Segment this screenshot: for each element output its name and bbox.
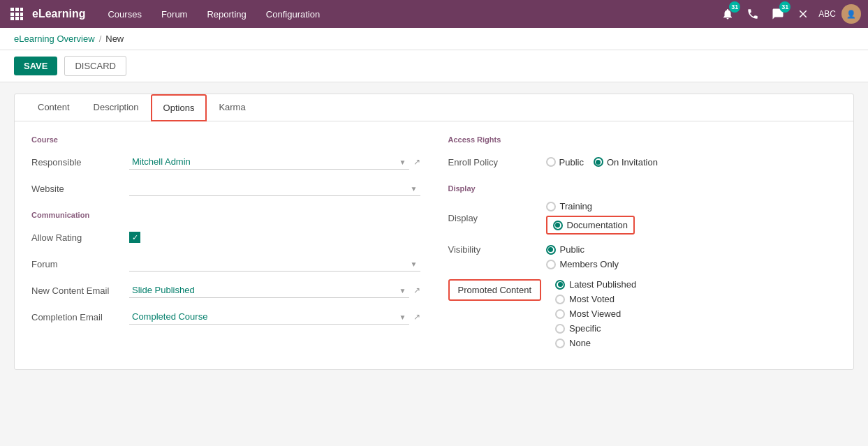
display-training-label: Training <box>560 201 592 211</box>
tab-description[interactable]: Description <box>82 94 151 121</box>
responsible-external-link[interactable]: ↗ <box>413 157 420 167</box>
course-section-title: Course <box>31 135 420 144</box>
tab-karma[interactable]: Karma <box>207 94 257 121</box>
website-label: Website <box>31 184 129 194</box>
completion-email-label: Completion Email <box>31 312 129 322</box>
menu-courses[interactable]: Courses <box>99 5 149 24</box>
main-content: Content Description Options Karma Course… <box>0 82 868 445</box>
promoted-content-button[interactable]: Promoted Content <box>448 279 542 301</box>
allow-rating-label: Allow Rating <box>31 232 129 243</box>
completion-email-select[interactable]: Completed Course <box>129 309 409 325</box>
svg-rect-6 <box>10 17 14 20</box>
completion-email-row: Completion Email Completed Course ▼ ↗ <box>31 307 420 327</box>
visibility-options: Public Members Only <box>546 244 619 269</box>
save-button[interactable]: SAVE <box>14 57 57 75</box>
phone-button[interactable] <box>743 4 763 24</box>
app-brand: eLearning <box>32 8 85 20</box>
promoted-specific-radio[interactable] <box>555 324 565 334</box>
forum-select-wrapper: ▼ <box>129 256 420 272</box>
close-button[interactable] <box>793 4 813 24</box>
forum-select[interactable] <box>129 256 420 272</box>
new-content-email-label: New Content Email <box>31 285 129 296</box>
promoted-viewed-label: Most Viewed <box>569 309 621 319</box>
display-documentation-radio[interactable] <box>553 221 563 230</box>
breadcrumb: eLearning Overview / New <box>0 28 868 50</box>
options-tab-content: Course Responsible Mitchell Admin ▼ ↗ <box>15 121 853 369</box>
user-avatar[interactable]: 👤 <box>841 4 861 24</box>
promoted-content-options: Latest Published Most Voted Most Viewed <box>555 279 636 348</box>
svg-rect-0 <box>10 8 14 11</box>
enroll-policy-row: Enroll Policy Public On Invitation <box>448 152 837 172</box>
promoted-specific-option[interactable]: Specific <box>555 323 636 334</box>
menu-forum[interactable]: Forum <box>153 5 196 24</box>
discard-button[interactable]: DISCARD <box>64 56 126 76</box>
course-section: Course Responsible Mitchell Admin ▼ ↗ <box>31 135 420 198</box>
visibility-members-option[interactable]: Members Only <box>546 259 619 269</box>
display-row: Display Training Documentation <box>448 201 837 235</box>
completion-email-external-link[interactable]: ↗ <box>413 312 420 322</box>
communication-section-title: Communication <box>31 211 420 219</box>
display-training-option[interactable]: Training <box>546 201 635 211</box>
promoted-latest-option[interactable]: Latest Published <box>555 279 636 290</box>
enroll-policy-label: Enroll Policy <box>448 157 546 168</box>
promoted-viewed-option[interactable]: Most Viewed <box>555 309 636 319</box>
responsible-select-wrapper: Mitchell Admin ▼ <box>129 154 409 170</box>
svg-rect-8 <box>20 17 23 20</box>
forum-row: Forum ▼ <box>31 254 420 274</box>
visibility-public-radio[interactable] <box>546 245 556 255</box>
responsible-select[interactable]: Mitchell Admin <box>129 154 409 170</box>
display-options: Training Documentation <box>546 201 635 235</box>
enroll-public-option[interactable]: Public <box>546 157 584 168</box>
apps-icon[interactable] <box>7 4 27 24</box>
svg-rect-5 <box>20 13 23 16</box>
website-row: Website ▼ <box>31 179 420 198</box>
promoted-latest-radio[interactable] <box>555 280 565 290</box>
form-card: Content Description Options Karma Course… <box>14 94 854 370</box>
action-bar: SAVE DISCARD <box>0 50 868 82</box>
enroll-invitation-radio[interactable] <box>594 157 603 167</box>
promoted-none-option[interactable]: None <box>555 338 636 348</box>
display-section: Display Display Training Documen <box>448 184 837 348</box>
svg-rect-1 <box>15 8 19 11</box>
promoted-viewed-radio[interactable] <box>555 309 565 319</box>
allow-rating-checkbox[interactable] <box>129 232 140 243</box>
right-column: Access Rights Enroll Policy Public <box>448 135 837 355</box>
visibility-public-option[interactable]: Public <box>546 244 619 255</box>
website-select[interactable] <box>129 181 420 196</box>
allow-rating-row: Allow Rating <box>31 228 420 247</box>
access-rights-section: Access Rights Enroll Policy Public <box>448 135 837 172</box>
menu-configuration[interactable]: Configuration <box>258 5 328 24</box>
display-label: Display <box>448 213 546 223</box>
notifications-button[interactable]: 31 <box>718 4 737 24</box>
display-documentation-option[interactable]: Documentation <box>546 216 635 235</box>
display-training-radio[interactable] <box>546 202 556 211</box>
tab-content[interactable]: Content <box>26 94 82 121</box>
promoted-voted-option[interactable]: Most Voted <box>555 294 636 304</box>
breadcrumb-separator: / <box>99 34 102 44</box>
two-column-layout: Course Responsible Mitchell Admin ▼ ↗ <box>31 135 837 355</box>
svg-rect-2 <box>20 8 23 11</box>
enroll-invitation-option[interactable]: On Invitation <box>594 157 658 168</box>
display-section-title: Display <box>448 184 837 193</box>
tab-options[interactable]: Options <box>151 94 207 121</box>
new-content-email-select[interactable]: Slide Published <box>129 283 409 298</box>
visibility-members-radio[interactable] <box>546 260 556 269</box>
new-content-email-row: New Content Email Slide Published ▼ ↗ <box>31 281 420 300</box>
menu-reporting[interactable]: Reporting <box>198 5 254 24</box>
breadcrumb-parent[interactable]: eLearning Overview <box>14 34 95 44</box>
promoted-none-radio[interactable] <box>555 339 565 348</box>
topnav-right: 31 31 ABC 👤 <box>718 4 861 24</box>
promoted-voted-radio[interactable] <box>555 295 565 304</box>
svg-rect-4 <box>15 13 19 16</box>
chat-button[interactable]: 31 <box>768 4 788 24</box>
top-navigation: eLearning Courses Forum Reporting Config… <box>0 0 868 28</box>
enroll-invitation-label: On Invitation <box>607 157 658 168</box>
promoted-specific-label: Specific <box>569 323 601 334</box>
visibility-public-label: Public <box>560 244 584 255</box>
tab-bar: Content Description Options Karma <box>15 94 853 121</box>
promoted-content-row: Promoted Content Latest Published Most V… <box>448 279 837 348</box>
responsible-row: Responsible Mitchell Admin ▼ ↗ <box>31 152 420 172</box>
svg-rect-3 <box>10 13 14 16</box>
new-content-email-external-link[interactable]: ↗ <box>413 285 420 295</box>
enroll-public-radio[interactable] <box>546 157 556 167</box>
